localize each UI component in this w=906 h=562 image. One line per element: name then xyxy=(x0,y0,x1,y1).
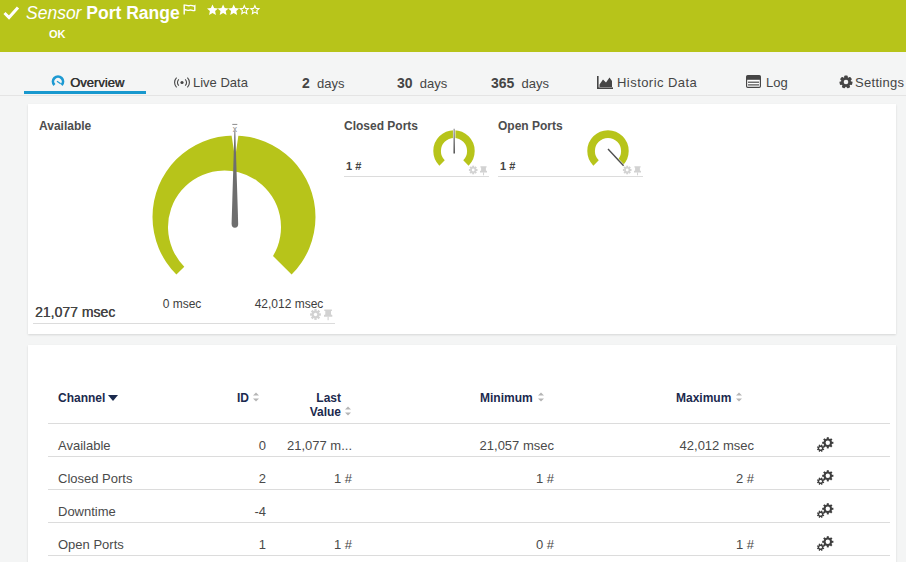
svg-text:x: x xyxy=(233,124,238,134)
